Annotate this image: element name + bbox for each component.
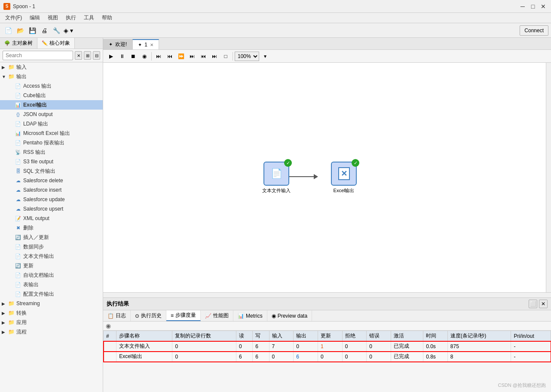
tree-item-27[interactable]: ▶📁应用: [0, 318, 103, 327]
menu-execute[interactable]: 执行: [62, 13, 80, 22]
tree-item-23[interactable]: 📄表输出: [0, 280, 103, 289]
tab1-close[interactable]: ✕: [150, 43, 153, 47]
tree-label-6: LDAP 输出: [23, 120, 48, 128]
editor-tab-welcome[interactable]: ✦ 欢迎!: [103, 39, 132, 49]
close-button[interactable]: ✕: [539, 2, 548, 11]
bottom-tab-perf[interactable]: 📈 性能图: [201, 310, 233, 321]
minimize-button[interactable]: ─: [518, 2, 527, 11]
menu-help[interactable]: 帮助: [98, 13, 116, 22]
tree-item-7[interactable]: 📊Microsoft Excel 输出: [0, 129, 103, 138]
tree-item-18[interactable]: 🔄插入／更新: [0, 233, 103, 242]
tree-item-14[interactable]: ☁Salesforce update: [0, 195, 103, 204]
bottom-tab-log[interactable]: 📋 日志: [103, 310, 131, 321]
toolbar-save[interactable]: 💾: [27, 25, 38, 36]
tree-item-10[interactable]: 📄S3 file output: [0, 157, 103, 166]
tree-item-2[interactable]: 📄Access 输出: [0, 81, 103, 91]
pause-button[interactable]: ⏸: [117, 51, 127, 61]
folder-arrow[interactable]: ▶: [2, 320, 8, 325]
tree-label-19: 数据同步: [23, 243, 44, 251]
toolbar-new[interactable]: 📄: [3, 25, 14, 36]
tree-item-11[interactable]: 🗄SQL 文件输出: [0, 166, 103, 176]
folder-arrow[interactable]: ▶: [2, 301, 8, 306]
tree-item-12[interactable]: ☁Salesforce delete: [0, 176, 103, 185]
folder-arrow[interactable]: ▶: [2, 330, 8, 334]
step-stop2-button[interactable]: ⏭: [209, 51, 220, 61]
tree-item-24[interactable]: 📄配置文件输出: [0, 289, 103, 299]
toolbar-saveas[interactable]: 🖨: [39, 25, 50, 36]
menu-view[interactable]: 视图: [44, 13, 61, 22]
menu-edit[interactable]: 编辑: [26, 13, 43, 22]
folder-arrow[interactable]: ▼: [2, 74, 8, 79]
zoom-select[interactable]: 100% 50% 75% 150% 200%: [235, 52, 259, 61]
tab-core-objects[interactable]: ✏️ 核心对象: [37, 38, 75, 49]
menu-file[interactable]: 文件(F): [2, 13, 25, 22]
table-row-1[interactable]: Excel输出 0 6 6 0 6 0 0 0 已完成 0.8s 8 -: [104, 352, 551, 362]
tree-item-1[interactable]: ▼📁输出: [0, 72, 103, 81]
tree-item-19[interactable]: 📄数据同步: [0, 242, 103, 251]
tree-item-25[interactable]: ▶📁Streaming: [0, 299, 103, 308]
tree-item-28[interactable]: ▶📁流程: [0, 327, 103, 337]
toolbar-open[interactable]: 📂: [15, 25, 26, 36]
preview-button[interactable]: ◉: [139, 51, 150, 61]
bottom-tab-metrics[interactable]: ≡ 步骤度量: [166, 310, 201, 321]
bottom-expand-button[interactable]: ⬜: [529, 300, 537, 308]
tree-label-4: Excel输出: [23, 101, 47, 109]
tree-item-21[interactable]: 🔄更新: [0, 261, 103, 270]
tree-item-20[interactable]: 📄文本文件输出: [0, 251, 103, 261]
horizontal-scrollbar[interactable]: [103, 292, 551, 297]
tree-item-13[interactable]: ☁Salesforce insert: [0, 185, 103, 195]
vertical-scrollbar[interactable]: [546, 63, 551, 292]
step-forward-button[interactable]: ⏩: [176, 51, 186, 61]
stop-button[interactable]: ⏹: [128, 51, 138, 61]
search-clear-button[interactable]: ✕: [75, 51, 82, 60]
tree-item-5[interactable]: {}JSON output: [0, 110, 103, 119]
table-row-0[interactable]: 文本文件输入 0 0 6 7 0 1 0 0 已完成 0.0s 875 -: [104, 341, 551, 352]
file-icon: ☁: [15, 187, 21, 193]
tree-label-5: JSON output: [23, 111, 53, 117]
tree-item-17[interactable]: ✖删除: [0, 223, 103, 233]
step-pause2-button[interactable]: ⏮: [198, 51, 208, 61]
tree-label-25: Streaming: [16, 300, 40, 306]
cell-update-0: 1: [318, 341, 342, 352]
step-back-button[interactable]: ⏮: [165, 51, 175, 61]
step-next-button[interactable]: ⏭: [153, 51, 164, 61]
results-table-container[interactable]: # 步骤名称 复制的记录行数 读 写 输入 输出 更新 拒绝 错误 激活 时间: [103, 331, 551, 392]
maximize-button[interactable]: □: [529, 2, 537, 11]
menu-tools[interactable]: 工具: [80, 13, 98, 22]
bottom-tab-history[interactable]: ⊙ 执行历史: [131, 310, 166, 321]
file-icon: 📊: [15, 101, 21, 108]
tree-item-15[interactable]: ☁Salesforce upsert: [0, 204, 103, 214]
tree-item-16[interactable]: 📝XML output: [0, 214, 103, 223]
folder-arrow[interactable]: ▶: [2, 311, 8, 315]
toolbar-layers[interactable]: ◈ ▾: [63, 25, 74, 36]
zoom-dropdown[interactable]: ▾: [260, 51, 270, 61]
col-read: 读: [236, 331, 253, 341]
tree-item-8[interactable]: 📄Pentaho 报表输出: [0, 138, 103, 147]
folder-arrow[interactable]: ▶: [2, 65, 8, 70]
tree-item-22[interactable]: 📄自动文档输出: [0, 270, 103, 280]
canvas-square-button[interactable]: □: [220, 51, 231, 61]
bottom-tab-preview[interactable]: ◉ Preview data: [267, 310, 312, 321]
canvas-area[interactable]: 📄 ✓ 文本文件输入 ✕ ✓ Excel输出: [103, 63, 546, 292]
tab-main-objects[interactable]: 🌳 主对象树: [0, 38, 37, 49]
step-run-button[interactable]: ⏭: [187, 51, 197, 61]
cell-time-1: 0.8s: [423, 352, 448, 362]
tree-item-3[interactable]: 📄Cube输出: [0, 91, 103, 100]
tree-item-0[interactable]: ▶📁输入: [0, 62, 103, 72]
canvas-node-node2[interactable]: ✕ ✓ Excel输出: [331, 162, 357, 194]
tree-item-9[interactable]: 📡RSS 输出: [0, 147, 103, 157]
file-icon: 📄: [15, 83, 21, 89]
bottom-tab-metrics2[interactable]: 📊 Metrics: [233, 310, 267, 321]
run-button[interactable]: ▶: [106, 51, 116, 61]
connect-button[interactable]: Connect: [520, 25, 548, 36]
editor-tab-1[interactable]: ✦ 1 ✕: [132, 39, 159, 49]
search-collapse-button[interactable]: ⊟: [93, 51, 100, 60]
search-input[interactable]: [3, 51, 73, 60]
search-expand-button[interactable]: ⊞: [84, 51, 91, 60]
canvas-node-node1[interactable]: 📄 ✓ 文本文件输入: [262, 162, 291, 194]
tree-item-26[interactable]: ▶📁转换: [0, 308, 103, 318]
tree-item-6[interactable]: 📄LDAP 输出: [0, 119, 103, 129]
toolbar-settings[interactable]: 🔧: [51, 25, 62, 36]
bottom-close-button[interactable]: ✕: [539, 300, 548, 308]
tree-item-4[interactable]: 📊Excel输出: [0, 100, 103, 110]
